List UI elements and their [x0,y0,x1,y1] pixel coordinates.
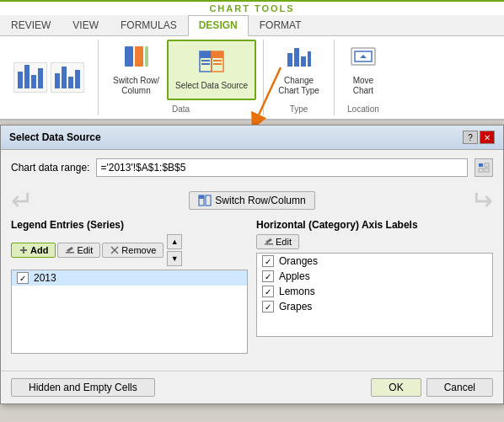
axis-item-lemons: Lemons [257,284,492,299]
change-chart-type-label: ChangeChart Type [278,76,319,96]
switch-row-column-button[interactable]: Switch Row/Column [105,40,167,100]
axis-panel-header: Horizontal (Category) Axis Labels [256,219,493,231]
tab-review[interactable]: REVIEW [0,15,62,35]
legend-buttons-row: Add Edit Remove ▲ ▼ [11,234,248,266]
tab-design[interactable]: DESIGN [188,15,249,36]
axis-list: Oranges Apples Lemons Grapes [256,253,493,337]
data-group: Switch Row/Column Select D [99,40,264,115]
legend-panel-header: Legend Entries (Series) [11,219,248,231]
svg-rect-19 [479,168,483,172]
svg-rect-26 [23,247,24,254]
svg-rect-23 [206,195,211,206]
remove-button[interactable]: Remove [102,243,164,258]
tab-format[interactable]: FORMAT [249,15,313,35]
type-group: ChangeChart Type Type [264,40,335,115]
footer-left: Hidden and Empty Cells [11,378,155,397]
ok-button[interactable]: OK [371,378,421,397]
svg-rect-21 [485,168,489,172]
add-label: Add [30,245,48,255]
select-data-label: Select Data Source [175,81,248,91]
move-chart-label: MoveChart [353,76,373,96]
data-range-row: Chart data range: [11,158,493,177]
hidden-empty-cells-button[interactable]: Hidden and Empty Cells [11,378,155,397]
legend-item-2013-checkbox[interactable] [17,272,29,284]
dialog-title-text: Select Data Source [9,131,101,143]
svg-rect-0 [125,46,133,67]
svg-rect-1 [135,46,143,67]
axis-grapes-checkbox[interactable] [262,301,274,312]
svg-rect-20 [485,163,489,167]
legend-edit-button[interactable]: Edit [57,243,100,258]
axis-edit-label: Edit [276,237,292,247]
svg-rect-18 [479,163,483,167]
type-group-label: Type [290,104,308,114]
change-chart-type-icon [286,45,313,74]
axis-item-apples: Apples [257,269,492,284]
chart-thumbnail-2 [51,62,84,93]
axis-panel: Horizontal (Category) Axis Labels Edit O… [256,219,493,354]
ribbon-content: Switch Row/Column Select D [0,36,504,120]
dialog-footer: Hidden and Empty Cells OK Cancel [1,371,503,403]
move-chart-button[interactable]: MoveChart [341,40,385,100]
svg-rect-12 [294,48,299,67]
svg-rect-8 [201,63,210,65]
data-range-label: Chart data range: [11,162,89,174]
axis-lemons-checkbox[interactable] [262,286,274,297]
svg-rect-4 [200,51,212,58]
switch-row-column-icon [123,45,150,74]
axis-oranges-checkbox[interactable] [262,255,274,267]
svg-rect-11 [287,53,292,67]
switch-btn-label: Switch Row/Column [215,195,305,206]
chart-tools-label: CHART TOOLS [209,3,294,13]
svg-rect-7 [201,60,210,61]
legend-list: 2013 [11,270,248,354]
left-arrow: ↵ [11,187,34,214]
dialog-body: Chart data range: ↵ Switch Ro [1,150,503,371]
dialog-title-controls: ? ✕ [463,131,495,144]
dialog-help-button[interactable]: ? [463,131,478,144]
select-data-button[interactable]: Select Data Source [167,40,256,100]
tab-view[interactable]: VIEW [62,15,110,35]
two-panels: Legend Entries (Series) Add Edit Remove [11,219,493,354]
move-chart-icon [350,45,377,74]
svg-rect-9 [213,60,222,61]
legend-item-2013-label: 2013 [34,272,56,284]
legend-panel: Legend Entries (Series) Add Edit Remove [11,219,248,354]
data-range-input[interactable] [96,158,468,177]
up-down-buttons: ▲ ▼ [167,234,182,266]
legend-item-2013[interactable]: 2013 [12,270,247,286]
chart-thumbnail-1 [13,62,47,93]
tab-formulas[interactable]: FORMULAS [110,15,188,35]
svg-rect-27 [66,252,74,254]
svg-rect-6 [212,51,223,58]
axis-item-grapes: Grapes [257,299,492,314]
select-data-icon [198,50,225,79]
data-range-picker-button[interactable] [475,158,493,177]
move-down-button[interactable]: ▼ [167,251,182,266]
axis-apples-checkbox[interactable] [262,270,274,282]
data-group-label: Data [172,104,190,114]
location-group-label: Location [347,104,379,114]
footer-right: OK Cancel [371,378,493,397]
axis-edit-button[interactable]: Edit [256,234,299,249]
axis-apples-label: Apples [279,270,310,282]
switch-row-column-label: Switch Row/Column [113,76,159,96]
arrows-row: ↵ Switch Row/Column ↵ [11,187,493,214]
remove-label: Remove [121,245,156,255]
change-chart-type-button[interactable]: ChangeChart Type [271,40,327,100]
axis-oranges-label: Oranges [279,255,318,267]
switch-row-column-dialog-button[interactable]: Switch Row/Column [189,191,314,210]
right-arrow: ↵ [470,187,493,214]
svg-rect-13 [301,56,306,67]
svg-rect-30 [265,243,273,245]
add-button[interactable]: Add [11,243,56,258]
move-up-button[interactable]: ▲ [167,234,182,249]
axis-lemons-label: Lemons [279,286,315,297]
ribbon-tabs: REVIEW VIEW FORMULAS DESIGN FORMAT [0,15,504,36]
svg-rect-24 [199,195,204,199]
select-data-source-dialog: Select Data Source ? ✕ Chart data range:… [0,125,504,404]
axis-grapes-label: Grapes [279,301,312,312]
location-group: MoveChart Location [335,40,392,115]
cancel-button[interactable]: Cancel [426,378,493,397]
dialog-close-button[interactable]: ✕ [480,131,495,144]
